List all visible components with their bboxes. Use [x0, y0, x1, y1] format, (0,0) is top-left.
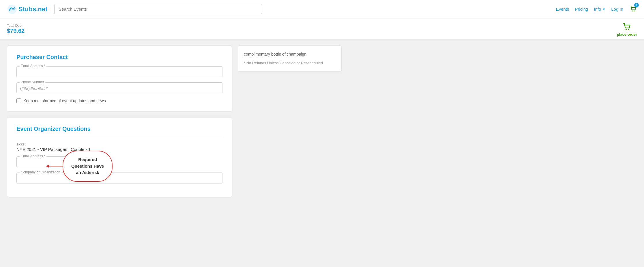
svg-point-1 — [632, 11, 633, 12]
ticket-section: Ticket NYE 2021 - VIP Packages | Couple … — [16, 138, 222, 152]
email-field-label: Email Address * — [20, 64, 46, 68]
company-input[interactable] — [20, 175, 219, 181]
tooltip-arrow — [46, 166, 63, 166]
cart-badge: 1 — [634, 3, 639, 7]
place-order-cart-icon — [622, 21, 632, 32]
svg-point-2 — [634, 11, 635, 12]
email-field-container: Email Address * — [16, 66, 222, 77]
tooltip-line2: Questions Have — [71, 164, 104, 168]
newsletter-checkbox[interactable] — [16, 99, 21, 103]
nav-info-label: Info — [594, 7, 601, 12]
ticket-label: Ticket — [16, 142, 222, 146]
nav-pricing-link[interactable]: Pricing — [575, 7, 588, 12]
ticket-name: NYE 2021 - VIP Packages | Couple - 1 — [16, 147, 222, 152]
organizer-email-field-label: Email Address * — [20, 154, 46, 158]
nav-events-link[interactable]: Events — [556, 7, 569, 12]
main-content: Purchaser Contact Email Address * Phone … — [7, 46, 232, 264]
navbar-links: Events Pricing Info ▼ Log In 1 — [556, 5, 637, 14]
organizer-email-field-wrapper: Email Address * Required Questions Have … — [16, 156, 74, 167]
company-field-label: Company or Organization — [20, 170, 61, 174]
total-due-section: Total Due $79.62 — [7, 24, 25, 34]
nav-login-link[interactable]: Log In — [611, 7, 623, 12]
company-field-wrapper: Company or Organization — [16, 173, 222, 183]
phone-input[interactable] — [20, 85, 219, 91]
subheader: Total Due $79.62 place order — [0, 18, 644, 40]
svg-point-3 — [626, 29, 627, 30]
email-input[interactable] — [20, 69, 219, 75]
newsletter-checkbox-label: Keep me informed of event updates and ne… — [23, 99, 106, 103]
chevron-down-icon: ▼ — [602, 7, 605, 11]
logo-icon — [7, 4, 17, 14]
event-organizer-title: Event Organizer Questions — [16, 126, 222, 132]
company-field-container: Company or Organization — [16, 173, 222, 183]
svg-point-4 — [628, 29, 629, 30]
tooltip-line1: Required — [78, 157, 97, 162]
event-organizer-card: Event Organizer Questions Ticket NYE 202… — [7, 117, 232, 197]
phone-field-container: Phone Number — [16, 82, 222, 93]
purchaser-contact-title: Purchaser Contact — [16, 54, 222, 60]
newsletter-checkbox-row: Keep me informed of event updates and ne… — [16, 99, 222, 103]
sidebar-refund-note: * No Refunds Unless Canceled or Reschedu… — [244, 60, 336, 66]
sidebar-card: complimentary bottle of champaign * No R… — [238, 46, 342, 72]
total-due-label: Total Due — [7, 24, 25, 28]
purchaser-contact-card: Purchaser Contact Email Address * Phone … — [7, 46, 232, 111]
cart-button[interactable]: 1 — [629, 5, 637, 14]
main-layout: Purchaser Contact Email Address * Phone … — [0, 40, 644, 267]
sidebar: complimentary bottle of champaign * No R… — [238, 46, 342, 264]
search-bar-wrapper — [54, 4, 262, 14]
logo-text: Stubs.net — [18, 5, 47, 13]
email-field-wrapper: Email Address * — [16, 66, 222, 77]
phone-field-wrapper: Phone Number — [16, 82, 222, 93]
place-order-button[interactable]: place order — [617, 21, 637, 37]
tooltip-line3: an Asterisk — [76, 170, 99, 175]
place-order-label: place order — [617, 32, 637, 37]
total-due-amount: $79.62 — [7, 28, 25, 34]
phone-field-label: Phone Number — [20, 80, 45, 84]
navbar: Stubs.net Events Pricing Info ▼ Log In 1 — [0, 0, 644, 18]
required-asterisk-tooltip: Required Questions Have an Asterisk — [63, 151, 113, 182]
nav-info-dropdown[interactable]: Info ▼ — [594, 7, 605, 12]
sidebar-description: complimentary bottle of champaign — [244, 51, 336, 57]
logo[interactable]: Stubs.net — [7, 4, 47, 14]
search-input[interactable] — [54, 4, 262, 14]
